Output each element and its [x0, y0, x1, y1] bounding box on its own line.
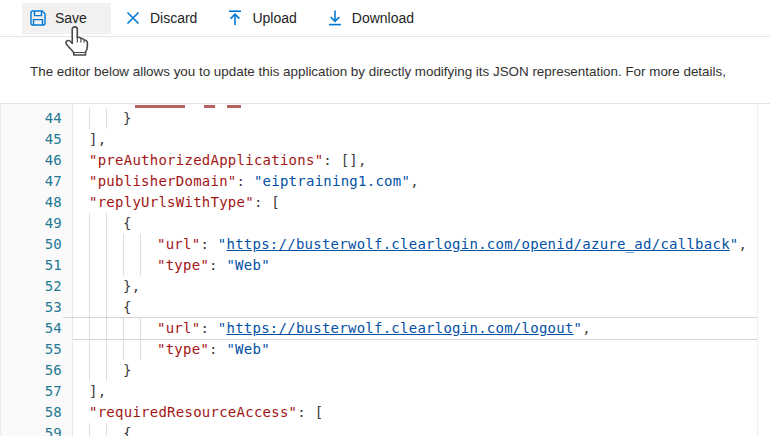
line-number: 58 — [1, 402, 73, 423]
indent-guide — [140, 255, 141, 276]
line-number: 51 — [1, 255, 73, 276]
code-line[interactable]: 52}, — [1, 276, 770, 297]
line-number: 48 — [1, 192, 73, 213]
indent-guide — [89, 213, 90, 234]
upload-button-label: Upload — [252, 10, 296, 26]
code-line[interactable]: 48"replyUrlsWithType": [ — [1, 192, 770, 213]
code-text: } — [73, 360, 770, 381]
code-line[interactable]: 53{ — [1, 297, 770, 318]
code-line[interactable]: 57], — [1, 381, 770, 402]
discard-button-label: Discard — [150, 10, 197, 26]
line-number: 55 — [1, 339, 73, 360]
code-line[interactable]: 58"requiredResourceAccess": [ — [1, 402, 770, 423]
code-line[interactable]: 50"url": "https://busterwolf.clearlogin.… — [1, 234, 770, 255]
upload-icon — [225, 8, 245, 28]
line-number: 47 — [1, 171, 73, 192]
editor-description-text: The editor below allows you to update th… — [30, 64, 770, 79]
line-number: 45 — [1, 129, 73, 150]
indent-guide — [89, 318, 90, 339]
line-number: 59 — [1, 423, 73, 436]
line-number: 46 — [1, 150, 73, 171]
indent-guide — [140, 318, 141, 339]
code-line[interactable]: 47"publisherDomain": "eiptraining1.com", — [1, 171, 770, 192]
save-button[interactable]: Save — [22, 3, 111, 34]
code-text: "replyUrlsWithType": [ — [73, 192, 770, 213]
indent-guide — [89, 108, 90, 129]
code-text: "type": "Web" — [73, 339, 770, 360]
code-line[interactable]: 56} — [1, 360, 770, 381]
indent-guide — [106, 213, 107, 234]
code-text: { — [73, 423, 770, 436]
code-text: ], — [73, 129, 770, 150]
discard-button[interactable]: Discard — [123, 3, 197, 34]
upload-button[interactable]: Upload — [225, 3, 296, 34]
indent-guide — [89, 423, 90, 436]
save-icon — [28, 8, 48, 28]
indent-guide — [106, 339, 107, 360]
line-number: 50 — [1, 234, 73, 255]
line-number: 53 — [1, 297, 73, 318]
line-number: 52 — [1, 276, 73, 297]
indent-guide — [89, 255, 90, 276]
line-number: 44 — [1, 108, 73, 129]
code-text: "url": "https://busterwolf.clearlogin.co… — [73, 234, 770, 255]
indent-guide — [140, 339, 141, 360]
code-line[interactable]: 45], — [1, 129, 770, 150]
code-line[interactable]: 55"type": "Web" — [1, 339, 770, 360]
indent-guide — [123, 234, 124, 255]
code-lines: 44}45],46"preAuthorizedApplications": []… — [1, 108, 770, 436]
indent-guide — [89, 234, 90, 255]
line-number: 54 — [1, 318, 73, 339]
editor-scrollbar[interactable] — [757, 104, 770, 436]
indent-guide — [89, 360, 90, 381]
indent-guide — [106, 423, 107, 436]
code-line[interactable]: 49{ — [1, 213, 770, 234]
indent-guide — [106, 360, 107, 381]
code-text: }, — [73, 276, 770, 297]
code-line[interactable]: 59{ — [1, 423, 770, 436]
editor-description-bar: The editor below allows you to update th… — [0, 37, 770, 103]
indent-guide — [123, 339, 124, 360]
download-icon — [325, 8, 345, 28]
code-text: "publisherDomain": "eiptraining1.com", — [73, 171, 770, 192]
discard-icon — [123, 8, 143, 28]
indent-guide — [106, 234, 107, 255]
line-number: 57 — [1, 381, 73, 402]
code-text: "requiredResourceAccess": [ — [73, 402, 770, 423]
json-manifest-editor-page: { "toolbar": { "buttons": [ { "label": "… — [0, 0, 770, 436]
code-text: { — [73, 213, 770, 234]
download-button-label: Download — [352, 10, 414, 26]
indent-guide — [89, 297, 90, 318]
line-number: 49 — [1, 213, 73, 234]
code-text: "preAuthorizedApplications": [], — [73, 150, 770, 171]
indent-guide — [106, 318, 107, 339]
code-line[interactable]: 46"preAuthorizedApplications": [], — [1, 150, 770, 171]
code-text: "type": "Web" — [73, 255, 770, 276]
code-text: "url": "https://busterwolf.clearlogin.co… — [73, 318, 770, 339]
code-line[interactable]: 44} — [1, 108, 770, 129]
save-button-label: Save — [55, 10, 87, 26]
code-line[interactable]: 54"url": "https://busterwolf.clearlogin.… — [1, 318, 770, 339]
code-text: { — [73, 297, 770, 318]
code-text: ], — [73, 381, 770, 402]
indent-guide — [123, 255, 124, 276]
line-number: 56 — [1, 360, 73, 381]
json-code-editor[interactable]: 44}45],46"preAuthorizedApplications": []… — [0, 103, 770, 436]
indent-guide — [123, 318, 124, 339]
command-toolbar: Save Discard Upload Download — [0, 0, 770, 37]
code-text: } — [73, 108, 770, 129]
indent-guide — [89, 339, 90, 360]
download-button[interactable]: Download — [325, 3, 414, 34]
indent-guide — [106, 297, 107, 318]
indent-guide — [106, 255, 107, 276]
indent-guide — [89, 276, 90, 297]
indent-guide — [106, 276, 107, 297]
code-line[interactable]: 51"type": "Web" — [1, 255, 770, 276]
indent-guide — [140, 234, 141, 255]
indent-guide — [106, 108, 107, 129]
